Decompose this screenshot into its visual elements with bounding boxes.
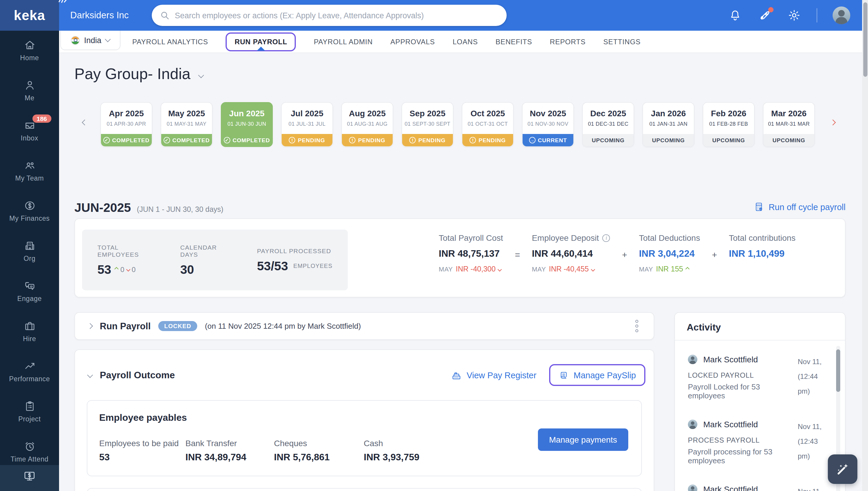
payroll-outcome-title: Payroll Outcome (100, 370, 175, 380)
month-card-feb-2026[interactable]: Feb 202601 FEB-28 FEB UPCOMING (703, 102, 755, 147)
run-payroll-row: Run Payroll LOCKED (on 11 Nov 2025 12:44… (75, 312, 654, 340)
down-chevron-icon (498, 267, 502, 271)
activity-date: Nov 11, (12:44 pm) (798, 355, 831, 399)
page-title: Pay Group- India (75, 65, 190, 83)
activity-item: Nov 11, (12:38 pm) Mark Scottfield PROCE… (688, 485, 845, 491)
check-circle-icon: ✓ (164, 137, 170, 143)
payroll-processed-value: 53/53 (257, 259, 288, 273)
collapse-chevron-icon[interactable] (87, 372, 93, 378)
sidebar-item-my-finances[interactable]: My Finances (0, 197, 59, 237)
calendar-days-label: CALENDAR DAYS (180, 243, 223, 258)
month-card-jan-2026[interactable]: Jan 202601 JAN-31 JAN UPCOMING (642, 102, 694, 147)
activity-item: Nov 11, (12:44 pm) Mark Scottfield LOCKE… (688, 355, 845, 404)
tab-payroll-admin[interactable]: PAYROLL ADMIN (314, 38, 372, 46)
month-card-jul-2025[interactable]: Jul 202501 JUL-31 JUL !PENDING (281, 102, 333, 147)
payroll-nav: India PAYROLL ANALYTICS RUN PAYROLL PAYR… (59, 31, 862, 53)
tab-payroll-analytics[interactable]: PAYROLL ANALYTICS (132, 38, 208, 46)
sidebar-item-engage[interactable]: Engage (0, 277, 59, 318)
month-card-apr-2025[interactable]: Apr 202501 APR-30 APR ✓COMPLETED (101, 102, 152, 147)
activity-title: Activity (675, 313, 845, 341)
chevron-down-icon (105, 36, 110, 42)
month-card-nov-2025[interactable]: Nov 202501 NOV-30 NOV →CURRENT (522, 102, 574, 147)
sidebar-item-inbox[interactable]: 186 Inbox (0, 117, 59, 157)
sidebar-item-home[interactable]: Home (0, 36, 59, 77)
search-icon (160, 11, 169, 20)
global-search[interactable] (152, 5, 507, 26)
up-chevron-icon (115, 268, 119, 271)
month-card-oct-2025[interactable]: Oct 202501 OCT-31 OCT !PENDING (462, 102, 514, 147)
search-input[interactable] (175, 11, 498, 20)
manage-payments-button[interactable]: Manage payments (538, 428, 628, 451)
month-card-mar-2026[interactable]: Mar 202601 MAR-31 MAR UPCOMING (763, 102, 815, 147)
alert-circle-icon: ! (470, 137, 476, 143)
month-card-jun-2025-selected[interactable]: Jun 202501 JUN-30 JUN ✓COMPLETED (221, 102, 273, 147)
tab-run-payroll[interactable]: RUN PAYROLL (226, 32, 296, 51)
total-payroll-cost: Total Payroll Cost INR 48,75,137 MAYINR … (439, 233, 503, 273)
tab-reports[interactable]: REPORTS (550, 38, 585, 46)
tab-loans[interactable]: LOANS (453, 38, 478, 46)
notifications-bell-icon[interactable] (728, 8, 742, 22)
down-chevron-icon (126, 268, 130, 271)
up-chevron-icon (685, 267, 690, 271)
clipboard-icon (23, 400, 36, 412)
magic-wand-fab-button[interactable] (828, 455, 857, 484)
sidebar-item-performance[interactable]: Performance (0, 357, 59, 398)
months-next-arrow[interactable] (830, 119, 836, 125)
run-off-cycle-payroll-link[interactable]: Run off cycle payroll (754, 202, 845, 212)
total-contributions: Total contributions INR 1,10,499 (729, 233, 796, 259)
locked-badge: LOCKED (158, 321, 197, 331)
settings-gear-icon[interactable] (787, 8, 801, 22)
whats-new-rocket-icon[interactable] (758, 8, 772, 22)
country-selector[interactable]: India (60, 31, 120, 50)
view-pay-register-link[interactable]: View Pay Register (451, 370, 536, 380)
payroll-summary-panel: TOTAL EMPLOYEES 53 00 CALENDAR DAYS 30 P… (75, 219, 845, 297)
tab-approvals[interactable]: APPROVALS (390, 38, 435, 46)
month-card-may-2025[interactable]: May 202501 MAY-31 MAY ✓COMPLETED (161, 102, 213, 147)
building-icon (23, 239, 36, 252)
expand-chevron-icon[interactable] (87, 323, 93, 329)
plus-operator: + (622, 250, 627, 260)
sidebar-item-project[interactable]: Project (0, 398, 59, 438)
country-selector-label: India (84, 36, 102, 45)
india-flag-icon (71, 36, 80, 45)
page-scrollbar-track (862, 0, 868, 491)
page-title-chevron-icon[interactable] (198, 72, 204, 78)
month-card-dec-2025[interactable]: Dec 202501 DEC-31 DEC UPCOMING (582, 102, 634, 147)
month-card-aug-2025[interactable]: Aug 202501 AUG-31 AUG !PENDING (341, 102, 393, 147)
keka-logo[interactable]: keka (0, 0, 59, 31)
sidebar-item-me[interactable]: Me (0, 77, 59, 117)
sidebar-item-payroll-active[interactable] (0, 465, 59, 491)
sidebar-item-org[interactable]: Org (0, 237, 59, 277)
sidebar: Home Me 186 Inbox My Team My Finances (0, 31, 59, 491)
stats-box: TOTAL EMPLOYEES 53 00 CALENDAR DAYS 30 P… (82, 230, 348, 290)
pay-register-icon (451, 370, 462, 380)
logo-spark-icon (58, 0, 67, 3)
cheques: Cheques INR 5,76,861 (274, 438, 364, 463)
briefcase-icon (23, 320, 36, 332)
tab-benefits[interactable]: BENEFITS (496, 38, 532, 46)
home-icon (23, 39, 36, 51)
equals-operator: = (515, 250, 520, 260)
tab-settings[interactable]: SETTINGS (604, 38, 641, 46)
avatar (688, 355, 697, 364)
run-payroll-title: Run Payroll (100, 321, 150, 331)
alert-circle-icon: ! (349, 137, 356, 143)
info-icon[interactable]: i (603, 234, 610, 242)
keka-payroll-dashboard: keka Darksiders Inc (0, 0, 868, 491)
bank-transfer: Bank Transfer INR 34,89,794 (186, 438, 274, 463)
total-deductions: Total Deductions INR 3,04,224 MAYINR 155 (639, 233, 700, 273)
kebab-menu-icon[interactable] (633, 318, 641, 335)
calculator-icon (754, 202, 764, 212)
sidebar-item-my-team[interactable]: My Team (0, 157, 59, 197)
page-scrollbar-thumb[interactable] (863, 2, 867, 77)
manage-payslip-button[interactable]: Manage PaySlip (550, 364, 645, 386)
dollar-circle-icon (23, 200, 36, 212)
sidebar-item-hire[interactable]: Hire (0, 318, 59, 357)
payroll-outcome-panel: Payroll Outcome View Pay Register Manage… (75, 349, 654, 491)
avatar (688, 485, 697, 491)
employee-deposit: Employee Depositi INR 44,60,414 MAYINR -… (532, 233, 610, 273)
magic-wand-icon (834, 461, 851, 478)
month-card-sep-2025[interactable]: Sep 202501 SEPT-30 SEPT !PENDING (401, 102, 453, 147)
months-prev-arrow[interactable] (82, 119, 88, 125)
user-avatar[interactable] (833, 6, 850, 24)
